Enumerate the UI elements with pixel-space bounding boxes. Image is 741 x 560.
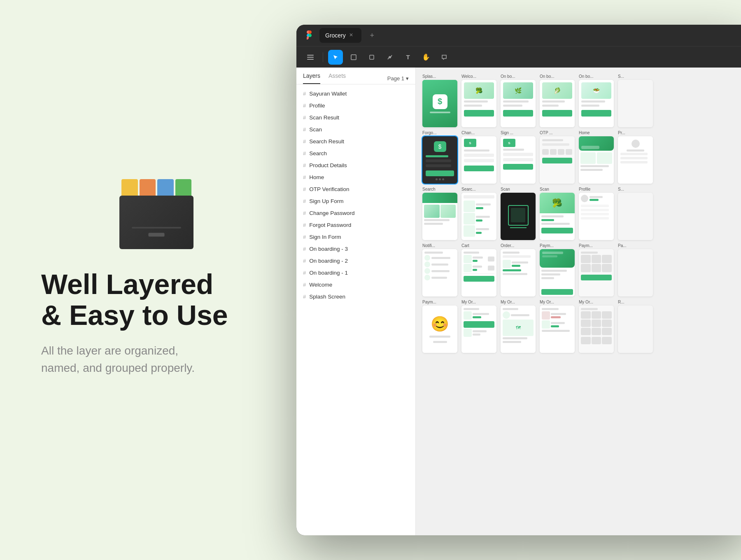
thumb-scanresult[interactable]: 🥦 — [540, 193, 575, 240]
layer-item-11[interactable]: #Forgot Password — [296, 219, 415, 231]
menu-icon[interactable] — [303, 50, 318, 65]
thumb-extra1[interactable] — [618, 80, 653, 127]
layer-hash-icon: # — [303, 198, 306, 204]
layer-item-2[interactable]: #Scan Result — [296, 112, 415, 124]
layers-tab[interactable]: Layers — [303, 72, 320, 84]
thumb-onbo3[interactable]: 🥗 — [579, 80, 614, 127]
layer-label: Profile — [309, 103, 325, 109]
layer-item-3[interactable]: #Scan — [296, 124, 415, 135]
svg-rect-2 — [307, 59, 314, 60]
canvas-row-1: Splas... Welco... On bo... On bo... On b… — [422, 74, 741, 127]
thumb-myorder3[interactable] — [540, 306, 575, 353]
main-heading: Well Layered & Easy to Use — [41, 269, 272, 331]
layer-label: Search Result — [309, 138, 344, 145]
layer-item-10[interactable]: #Change Password — [296, 207, 415, 219]
thumb-notif[interactable] — [422, 249, 457, 296]
cabinet-handle — [148, 233, 165, 237]
chevron-down-icon: ▾ — [406, 75, 409, 82]
layer-item-13[interactable]: #On boarding - 3 — [296, 243, 415, 255]
layer-label: Sign Up Form — [309, 198, 343, 204]
label-s3: S... — [618, 187, 653, 191]
layer-hash-icon: # — [303, 270, 306, 276]
thumb-change[interactable]: S — [461, 136, 496, 184]
layer-item-14[interactable]: #On boarding - 2 — [296, 255, 415, 267]
thumb-myorder1[interactable] — [461, 306, 496, 353]
layer-hash-icon: # — [303, 138, 306, 145]
canvas-row-4: Notifi... Cart Order... Paym... Paym... … — [422, 243, 741, 296]
layer-label: Search — [309, 150, 327, 156]
sub-heading: All the layer are organized, named, and … — [41, 342, 272, 377]
new-tab-button[interactable]: + — [366, 30, 378, 41]
frame-tool-button[interactable] — [346, 50, 361, 65]
thumb-search[interactable] — [422, 193, 457, 240]
layer-item-9[interactable]: #Sign Up Form — [296, 195, 415, 207]
thumb-emoji[interactable]: 😊 — [422, 306, 457, 353]
thumb-forgot[interactable]: $ — [422, 136, 457, 184]
layer-item-4[interactable]: #Search Result — [296, 135, 415, 147]
text-tool-button[interactable]: T — [401, 50, 415, 65]
layer-item-17[interactable]: #Splash Screen — [296, 291, 415, 303]
svg-rect-8 — [370, 55, 374, 59]
label-pa: Pa... — [618, 243, 653, 248]
layer-label: Splash Screen — [309, 294, 345, 300]
layer-hash-icon: # — [303, 162, 306, 168]
layer-label: Change Password — [309, 210, 354, 216]
layer-item-12[interactable]: #Sign In Form — [296, 231, 415, 243]
label-scan: Scan — [501, 187, 536, 191]
layer-hash-icon: # — [303, 103, 306, 109]
layer-label: On boarding - 3 — [309, 246, 348, 252]
thumb-scan[interactable] — [501, 193, 536, 240]
layer-item-7[interactable]: #Home — [296, 171, 415, 183]
thumb-onbo2[interactable]: 🥬 — [540, 80, 575, 127]
layer-item-8[interactable]: #OTP Verification — [296, 183, 415, 195]
move-tool-button[interactable] — [328, 50, 343, 65]
thumb-welcome[interactable]: 🥦 — [461, 80, 496, 127]
thumb-searchresult[interactable] — [461, 193, 496, 240]
label-myor3: My Or... — [540, 300, 575, 304]
toolbar: T ✋ — [296, 46, 741, 68]
thumb-extra3[interactable] — [618, 193, 653, 240]
page-selector[interactable]: Page 1 ▾ — [387, 75, 409, 82]
thumb-onbo1[interactable]: 🌿 — [501, 80, 536, 127]
thumb-cart[interactable] — [461, 249, 496, 296]
thumb-profile-row2[interactable] — [618, 136, 653, 184]
thumb-myorder2[interactable]: 🗺 — [501, 306, 536, 353]
layer-label: On boarding - 2 — [309, 258, 348, 264]
layer-item-5[interactable]: #Search — [296, 147, 415, 159]
svg-rect-3 — [351, 55, 356, 60]
active-tab[interactable]: Grocery ✕ — [319, 28, 361, 43]
thumb-home[interactable] — [579, 136, 614, 184]
cabinet-slot — [132, 227, 181, 229]
tab-close-icon[interactable]: ✕ — [349, 32, 356, 39]
hand-tool-button[interactable]: ✋ — [419, 50, 433, 65]
label-profile: Pr... — [618, 131, 653, 135]
label-r5: R... — [618, 300, 653, 304]
thumb-signin[interactable]: S — [501, 136, 536, 184]
label-s1: S... — [618, 74, 653, 79]
label-pay2: Paym... — [579, 243, 614, 248]
layer-item-1[interactable]: #Profile — [296, 100, 415, 112]
assets-tab[interactable]: Assets — [329, 72, 346, 84]
thumb-profile3[interactable] — [579, 193, 614, 240]
layer-item-6[interactable]: #Product Details — [296, 159, 415, 171]
thumb-extra5[interactable] — [618, 306, 653, 353]
canvas-area[interactable]: Splas... Welco... On bo... On bo... On b… — [416, 68, 741, 535]
layer-label: Forgot Password — [309, 222, 351, 228]
layer-hash-icon: # — [303, 186, 306, 192]
layer-item-16[interactable]: #Welcome — [296, 279, 415, 291]
thumb-extra4[interactable] — [618, 249, 653, 296]
thumb-otp[interactable] — [540, 136, 575, 184]
layer-item-15[interactable]: #On boarding - 1 — [296, 267, 415, 279]
label-order: Order... — [501, 243, 536, 248]
thumb-payment1[interactable] — [540, 249, 575, 296]
thumb-order[interactable] — [501, 249, 536, 296]
layer-item-0[interactable]: #Sayuran Wallet — [296, 88, 415, 100]
thumb-payment2[interactable] — [579, 249, 614, 296]
pen-tool-button[interactable] — [382, 50, 397, 65]
thumb-splash[interactable]: $ — [422, 80, 457, 127]
comment-tool-button[interactable] — [437, 50, 452, 65]
shape-tool-button[interactable] — [364, 50, 379, 65]
thumb-myorder4[interactable] — [579, 306, 614, 353]
label-myor2: My Or... — [501, 300, 536, 304]
title-bar: Grocery ✕ + — [296, 25, 741, 46]
